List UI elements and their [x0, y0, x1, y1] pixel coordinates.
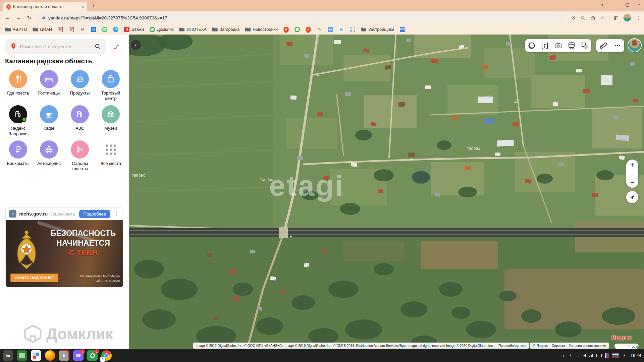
locate-me-button[interactable] [626, 191, 638, 203]
forward-button[interactable]: → [14, 15, 23, 21]
category-atm[interactable]: Банкоматы [3, 140, 34, 172]
yandex-logo[interactable]: Яндекс [611, 335, 632, 341]
bookmark-calendar[interactable]: 26 [88, 26, 99, 33]
bookmark-ЦИАН[interactable]: ЦИАН [30, 26, 55, 33]
user-avatar[interactable] [628, 38, 642, 52]
category-cafe[interactable]: Кафе [34, 105, 64, 136]
category-yandex-fuel[interactable]: Яндекс Заправки [3, 105, 34, 136]
bookmark-Загородка[interactable]: Загородка [210, 26, 242, 33]
app-docs[interactable]: 5 [59, 350, 69, 361]
extension-icon[interactable]: ◧ [614, 15, 619, 20]
app-grid[interactable] [31, 350, 41, 361]
bookmark-ypin[interactable] [281, 26, 291, 33]
category-gas-station[interactable]: АЗС [64, 105, 95, 136]
new-tab-button[interactable]: + [92, 3, 96, 10]
ad-site-link[interactable]: mchs.gov.ru [19, 211, 48, 217]
zoom-in-button[interactable]: + [630, 162, 634, 168]
bookmark-Застройщики[interactable]: Застройщики [358, 26, 397, 33]
location-icon[interactable] [571, 15, 576, 20]
routes-button[interactable] [111, 40, 123, 53]
bookmark-pencil[interactable]: ✎ [314, 26, 325, 33]
battery-icon[interactable] [596, 354, 602, 357]
footer-link[interactable]: Условия использования [569, 344, 606, 348]
photos-camera-icon[interactable] [554, 42, 562, 50]
maximize-button[interactable]: ▢ [625, 2, 629, 7]
category-mall[interactable]: Торговый центр [95, 70, 126, 101]
app-screen-share[interactable] [17, 350, 27, 361]
ad-banner[interactable]: БЕЗОПАСНОСТЬ НАЧИНАЕТСЯ С ТЕБЯ УЗНАТЬ ПО… [6, 220, 123, 287]
satellite-map[interactable]: Yandex Yandex Yandex [129, 35, 644, 349]
banner-cta-button[interactable]: УЗНАТЬ ПОДРОБНЕЕ [10, 274, 58, 282]
power-icon[interactable]: ⚡ [622, 353, 626, 358]
bookmark-Новостройки[interactable]: Новостройки [243, 26, 280, 33]
browser-menu-icon[interactable]: ⋮ [636, 15, 641, 20]
rights-link[interactable]: Правообладатели [498, 344, 527, 348]
bookmark-p[interactable]: P [66, 26, 77, 33]
bookmark-gmail[interactable]: M [77, 26, 88, 33]
ruler-icon[interactable] [599, 42, 607, 50]
bookmark-Этажи[interactable]: ЭЭтажи [121, 26, 147, 33]
clock[interactable]: 16:44 [630, 353, 641, 358]
category-car-service[interactable]: Автосервис [34, 140, 64, 172]
bookmark-greenring[interactable] [292, 26, 303, 33]
app-firefox[interactable] [45, 350, 55, 361]
minimize-button[interactable]: — [612, 2, 616, 7]
footer-link[interactable]: © Яндекс [533, 344, 548, 348]
bookmark-АВИТО[interactable]: АВИТО [3, 26, 30, 33]
bookmark-star-icon[interactable]: ☆ [600, 15, 604, 20]
bookmark-ИПОТЕКА[interactable]: ИПОТЕКА [176, 26, 209, 33]
bookmark-bluedoc[interactable] [397, 26, 408, 33]
upload-icon[interactable]: ↑ [576, 353, 580, 358]
bookmark-translate[interactable]: G [336, 26, 347, 33]
more-tools-icon[interactable] [614, 42, 621, 49]
category-museums[interactable]: Музеи [95, 105, 126, 136]
footer-link[interactable]: Справка [552, 344, 565, 348]
keyboard-flag-icon[interactable] [605, 353, 609, 358]
profile-avatar[interactable] [623, 14, 631, 22]
search-zoom-icon[interactable] [581, 15, 586, 20]
bookmark-building[interactable] [347, 26, 358, 33]
category-all-places[interactable]: Все места [95, 140, 126, 172]
network-icon[interactable] [589, 354, 593, 357]
folder-icon [212, 27, 218, 32]
music-note-icon[interactable]: ♪ [561, 353, 565, 358]
layers-globe-icon[interactable] [528, 42, 536, 50]
tab-close-icon[interactable]: × [82, 4, 84, 9]
tab-search-icon[interactable]: ▾ [601, 2, 604, 7]
zoom-out-button[interactable]: − [630, 179, 634, 186]
bookmark-telegram[interactable] [110, 26, 121, 33]
window-close-button[interactable]: × [638, 2, 641, 7]
ru-flag-icon[interactable] [612, 353, 619, 358]
search-bar[interactable] [5, 39, 106, 54]
browser-tab[interactable]: Калининградская область – × [3, 2, 87, 11]
app-viber[interactable]: ☎2 [73, 350, 84, 361]
share-icon[interactable] [590, 15, 595, 20]
bookmark-whatsapp[interactable]: ☎ [99, 26, 110, 33]
category-groceries[interactable]: Продукты [64, 70, 95, 101]
bluetooth-icon[interactable]: ᛒ [569, 353, 573, 358]
collapse-sidebar-button[interactable]: ‹ [131, 40, 141, 50]
search-icon[interactable] [95, 43, 101, 50]
panoramas-icon[interactable] [541, 42, 549, 50]
app-chrome[interactable]: 3 [101, 350, 112, 361]
app-lm[interactable]: lm [3, 350, 13, 361]
back-button[interactable]: ← [3, 15, 12, 21]
app-green[interactable]: 2 [87, 350, 98, 361]
category-where-to-eat[interactable]: Где поесть [3, 70, 34, 101]
bookmark-gpin[interactable] [303, 26, 314, 33]
fuel-status-dot [22, 117, 26, 122]
ad-menu-icon[interactable]: ⋮ [113, 211, 120, 217]
address-bar[interactable]: yandex.ru/maps/?l=sat&ll=20.327975%2C54.… [38, 13, 567, 22]
volume-icon[interactable] [583, 354, 586, 357]
category-beauty[interactable]: Салоны красоты [64, 140, 95, 172]
search-input[interactable] [20, 44, 91, 49]
bookmark-p[interactable]: P [55, 26, 66, 33]
ad-more-button[interactable]: Подробнее [79, 210, 110, 218]
transport-bus-icon[interactable] [568, 42, 576, 50]
my-layers-icon[interactable] [581, 42, 589, 50]
bookmark-Домклик[interactable]: Домклик [147, 26, 176, 33]
reload-button[interactable]: ↻ [25, 15, 34, 21]
category-hotels[interactable]: Гостиницы [34, 70, 64, 101]
bookmark-chat[interactable] [325, 26, 336, 33]
map-area[interactable]: Yandex Yandex Yandex etagi ‹ + − Im [129, 35, 644, 349]
